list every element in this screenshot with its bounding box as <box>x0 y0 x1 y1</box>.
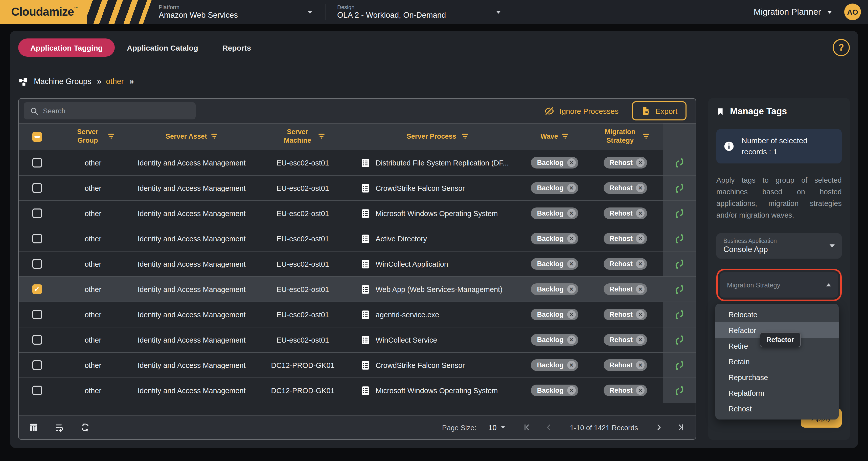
process-icon <box>361 310 371 320</box>
filter-icon[interactable] <box>461 133 468 140</box>
row-moves-button[interactable] <box>663 327 695 352</box>
remove-tag-icon[interactable]: ✕ <box>567 159 576 167</box>
row-moves-button[interactable] <box>663 176 695 200</box>
app-menu-select[interactable]: Migration Planner <box>754 7 832 17</box>
row-checkbox[interactable] <box>32 335 42 345</box>
row-moves-button[interactable] <box>663 201 695 226</box>
row-checkbox[interactable] <box>32 310 42 319</box>
row-checkbox[interactable] <box>32 259 42 269</box>
column-header-migration-strategy[interactable]: Migration Strategy <box>587 128 663 145</box>
remove-tag-icon[interactable]: ✕ <box>636 310 645 319</box>
columns-icon[interactable] <box>29 423 38 432</box>
ignore-processes-button[interactable]: Ignore Processes <box>544 106 619 116</box>
chevron-down-icon <box>830 245 835 248</box>
cell-wave: Backlog✕ <box>522 334 587 346</box>
column-header-server-machine[interactable]: Server Machine <box>252 128 353 145</box>
table-row[interactable]: otherIdentity and Access ManagementDC12-… <box>19 353 695 378</box>
row-moves-button[interactable] <box>663 378 695 403</box>
menu-option-retain[interactable]: Retain <box>715 354 839 370</box>
remove-tag-icon[interactable]: ✕ <box>636 234 645 243</box>
remove-tag-icon[interactable]: ✕ <box>636 209 645 218</box>
row-moves-button[interactable] <box>663 353 695 377</box>
remove-tag-icon[interactable]: ✕ <box>567 361 576 369</box>
table-row[interactable]: otherIdentity and Access ManagementEU-es… <box>19 226 695 252</box>
business-application-select[interactable]: Business Application Console App <box>716 234 842 259</box>
column-header-server-group[interactable]: Server Group <box>55 128 131 145</box>
remove-tag-icon[interactable]: ✕ <box>567 209 576 218</box>
column-header-server-asset[interactable]: Server Asset <box>131 132 252 141</box>
row-checkbox[interactable] <box>32 158 42 168</box>
column-header-actions <box>663 123 695 150</box>
remove-tag-icon[interactable]: ✕ <box>567 184 576 192</box>
menu-option-relocate[interactable]: Relocate <box>715 307 839 323</box>
remove-tag-icon[interactable]: ✕ <box>636 336 645 344</box>
row-checkbox[interactable] <box>32 183 42 193</box>
filter-icon[interactable] <box>107 133 115 140</box>
remove-tag-icon[interactable]: ✕ <box>636 361 645 369</box>
table-row[interactable]: otherIdentity and Access ManagementDC12-… <box>19 378 695 403</box>
filter-icon[interactable] <box>562 133 569 140</box>
design-select[interactable]: Design OLA 2 - Workload, On-Demand <box>337 4 514 20</box>
first-page-button[interactable] <box>523 423 532 432</box>
row-checkbox[interactable] <box>32 234 42 243</box>
help-button[interactable]: ? <box>833 39 850 56</box>
row-moves-button[interactable] <box>663 302 695 327</box>
table-row[interactable]: otherIdentity and Access ManagementEU-es… <box>19 201 695 226</box>
next-page-button[interactable] <box>654 423 664 432</box>
tab-application-tagging[interactable]: Application Tagging <box>18 38 115 57</box>
table-row[interactable]: ✓otherIdentity and Access ManagementEU-e… <box>19 277 695 302</box>
export-button[interactable]: Export <box>632 101 686 120</box>
column-header-server-process[interactable]: Server Process <box>353 132 522 141</box>
remove-tag-icon[interactable]: ✕ <box>636 184 645 192</box>
table-row[interactable]: otherIdentity and Access ManagementEU-es… <box>19 176 695 201</box>
remove-tag-icon[interactable]: ✕ <box>567 285 576 293</box>
previous-page-button[interactable] <box>544 423 554 432</box>
tab-reports[interactable]: Reports <box>210 38 263 57</box>
row-moves-button[interactable] <box>663 277 695 301</box>
remove-tag-icon[interactable]: ✕ <box>567 310 576 319</box>
avatar[interactable]: AO <box>844 4 861 20</box>
last-page-button[interactable] <box>676 423 685 432</box>
table-row[interactable]: otherIdentity and Access ManagementEU-es… <box>19 252 695 277</box>
breadcrumb-item[interactable]: other <box>106 77 124 86</box>
row-moves-button[interactable] <box>663 252 695 276</box>
select-all-checkbox[interactable] <box>32 132 42 141</box>
row-checkbox[interactable] <box>32 208 42 218</box>
remove-tag-icon[interactable]: ✕ <box>636 386 645 395</box>
search-box[interactable] <box>24 102 196 119</box>
platform-select[interactable]: Platform Amazon Web Services <box>159 4 326 20</box>
remove-tag-icon[interactable]: ✕ <box>636 285 645 293</box>
migration-strategy-select[interactable]: Migration Strategy <box>720 272 838 298</box>
filter-icon[interactable] <box>318 133 325 140</box>
remove-tag-icon[interactable]: ✕ <box>636 159 645 167</box>
refresh-icon[interactable] <box>81 423 90 432</box>
row-checkbox[interactable] <box>32 360 42 370</box>
remove-tag-icon[interactable]: ✕ <box>567 336 576 344</box>
cell-server-group: other <box>55 311 131 319</box>
remove-tag-icon[interactable]: ✕ <box>567 386 576 395</box>
row-checkbox[interactable]: ✓ <box>32 284 42 294</box>
row-checkbox[interactable] <box>32 385 42 395</box>
menu-option-replatform[interactable]: Replatform <box>715 385 839 401</box>
menu-option-rehost[interactable]: Rehost <box>715 401 839 417</box>
column-header-wave[interactable]: Wave <box>522 132 587 141</box>
breadcrumb-item[interactable]: Machine Groups <box>34 77 91 86</box>
cloudamize-logo[interactable]: Cloudamize™ <box>0 0 152 24</box>
table-row[interactable]: otherIdentity and Access ManagementEU-es… <box>19 327 695 353</box>
table-row[interactable]: otherIdentity and Access ManagementEU-es… <box>19 302 695 327</box>
remove-tag-icon[interactable]: ✕ <box>636 260 645 268</box>
search-input[interactable] <box>43 107 190 115</box>
tab-application-catalog[interactable]: Application Catalog <box>115 38 210 57</box>
remove-tag-icon[interactable]: ✕ <box>567 260 576 268</box>
filter-icon[interactable] <box>211 133 218 140</box>
row-moves-button[interactable] <box>663 150 695 175</box>
table-row[interactable]: otherIdentity and Access ManagementEU-es… <box>19 150 695 176</box>
row-wrap-icon[interactable] <box>55 423 64 432</box>
filter-icon[interactable] <box>642 133 649 140</box>
row-moves-button[interactable] <box>663 226 695 251</box>
page-size-select[interactable]: 10 <box>488 423 505 431</box>
remove-tag-icon[interactable]: ✕ <box>567 234 576 243</box>
cell-wave: Backlog✕ <box>522 359 587 371</box>
menu-option-repurchase[interactable]: Repurchase <box>715 370 839 385</box>
breadcrumb-separator: » <box>129 77 133 86</box>
